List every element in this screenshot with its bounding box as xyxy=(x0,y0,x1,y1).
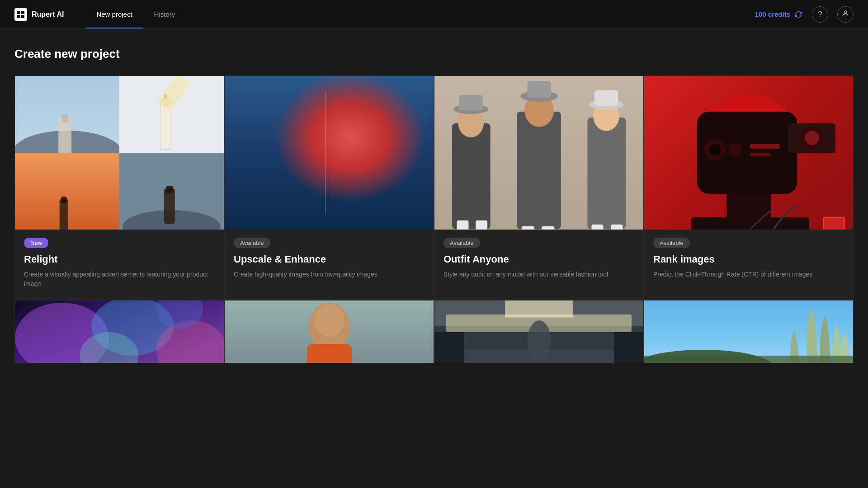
page-title: Create new project xyxy=(14,47,854,61)
svg-point-42 xyxy=(374,103,391,120)
svg-rect-20 xyxy=(166,186,172,193)
card-upscale[interactable]: Available Upscale & Enhance Create high-… xyxy=(224,75,434,300)
svg-rect-91 xyxy=(434,332,464,363)
help-button[interactable]: ? xyxy=(812,6,828,23)
svg-rect-59 xyxy=(459,95,483,110)
card-image-interior xyxy=(434,300,643,363)
credits-badge[interactable]: 100 credits xyxy=(755,10,803,19)
card-info-upscale: Available Upscale & Enhance Create high-… xyxy=(225,230,434,290)
svg-rect-92 xyxy=(614,332,643,363)
svg-rect-0 xyxy=(17,11,20,14)
header: Rupert AI New project History 100 credit… xyxy=(0,0,868,29)
svg-rect-3 xyxy=(21,15,24,18)
header-right: 100 credits ? xyxy=(755,6,854,23)
card-portrait[interactable] xyxy=(224,300,434,363)
svg-rect-2 xyxy=(17,15,20,18)
svg-rect-54 xyxy=(587,117,626,229)
card-desc-relight: Create a visually appealing advertisemen… xyxy=(24,270,215,289)
card-title-rank: Rank images xyxy=(653,253,844,265)
svg-point-41 xyxy=(369,99,395,124)
tab-history[interactable]: History xyxy=(143,0,186,28)
bird-image xyxy=(225,76,434,230)
svg-rect-53 xyxy=(542,226,555,230)
card-interior[interactable] xyxy=(434,300,644,363)
svg-rect-16 xyxy=(61,197,66,203)
svg-rect-61 xyxy=(528,81,551,97)
svg-point-70 xyxy=(805,131,819,145)
badge-available-rank: Available xyxy=(653,238,690,248)
card-title-relight: Relight xyxy=(24,253,215,265)
card-desc-upscale: Create high-quality images from low-qual… xyxy=(234,270,425,279)
card-desc-outfit: Style any outfit on any model with our v… xyxy=(443,270,634,279)
card-desc-rank: Predict the Click-Through Rate (CTR) of … xyxy=(653,270,844,279)
card-image-nature xyxy=(644,300,853,363)
svg-rect-46 xyxy=(452,123,491,229)
card-image-outfit xyxy=(434,76,643,230)
user-button[interactable] xyxy=(837,6,854,23)
svg-rect-19 xyxy=(164,188,175,224)
svg-rect-21 xyxy=(225,76,434,230)
svg-rect-8 xyxy=(61,114,68,122)
card-title-upscale: Upscale & Enhance xyxy=(234,253,425,265)
svg-point-94 xyxy=(528,320,551,361)
nav-tabs: New project History xyxy=(85,0,186,28)
svg-rect-49 xyxy=(476,221,487,230)
card-image-upscale xyxy=(225,76,434,230)
svg-rect-26 xyxy=(231,76,241,86)
card-title-outfit: Outfit Anyone xyxy=(443,253,634,265)
relight-cell-4 xyxy=(119,153,224,230)
svg-rect-37 xyxy=(309,120,322,127)
svg-rect-76 xyxy=(824,217,844,230)
svg-rect-57 xyxy=(611,225,623,230)
svg-point-4 xyxy=(844,11,847,14)
relight-cell-3 xyxy=(15,153,119,230)
svg-rect-29 xyxy=(262,76,273,86)
relight-cell-2 xyxy=(119,76,224,153)
card-image-rank xyxy=(644,76,853,230)
svg-rect-85 xyxy=(307,344,352,363)
svg-rect-36 xyxy=(297,122,310,130)
card-outfit[interactable]: Available Outfit Anyone Style any outfit… xyxy=(434,75,644,300)
svg-point-43 xyxy=(382,107,387,111)
logo-icon xyxy=(14,8,27,21)
credits-amount: 100 credits xyxy=(755,10,790,18)
svg-rect-1 xyxy=(21,11,24,14)
card-info-relight: New Relight Create a visually appealing … xyxy=(15,230,224,300)
svg-point-73 xyxy=(728,143,742,157)
svg-rect-75 xyxy=(750,153,771,156)
card-image-portrait xyxy=(225,300,434,363)
user-icon xyxy=(841,9,849,19)
badge-available-outfit: Available xyxy=(443,238,480,248)
badge-new: New xyxy=(24,238,48,248)
svg-rect-31 xyxy=(241,86,251,96)
relight-cell-1 xyxy=(15,76,119,153)
svg-rect-63 xyxy=(594,90,618,106)
svg-rect-74 xyxy=(750,144,779,148)
svg-rect-34 xyxy=(273,86,283,96)
svg-rect-32 xyxy=(252,86,262,96)
relight-image-grid xyxy=(15,76,224,230)
project-grid: New Relight Create a visually appealing … xyxy=(14,75,854,300)
badge-available-upscale: Available xyxy=(234,238,270,248)
bottom-grid xyxy=(14,300,854,363)
card-nature[interactable] xyxy=(644,300,854,363)
card-abstract[interactable] xyxy=(14,300,224,363)
svg-rect-15 xyxy=(60,199,68,230)
svg-point-39 xyxy=(325,82,407,188)
svg-rect-56 xyxy=(591,225,603,230)
svg-point-86 xyxy=(315,304,344,337)
card-info-outfit: Available Outfit Anyone Style any outfit… xyxy=(434,230,643,290)
card-relight[interactable]: New Relight Create a visually appealing … xyxy=(14,75,224,300)
svg-rect-27 xyxy=(241,76,251,86)
svg-rect-52 xyxy=(522,226,535,230)
svg-rect-35 xyxy=(283,123,297,131)
svg-rect-30 xyxy=(231,86,241,96)
svg-point-72 xyxy=(709,144,721,155)
svg-rect-90 xyxy=(505,300,573,317)
card-image-abstract xyxy=(15,300,224,363)
card-rank[interactable]: Available Rank images Predict the Click-… xyxy=(644,75,854,300)
tab-new-project[interactable]: New project xyxy=(85,0,143,28)
main-content: Create new project xyxy=(0,29,868,378)
refresh-icon xyxy=(794,10,803,19)
card-info-rank: Available Rank images Predict the Click-… xyxy=(644,230,853,290)
